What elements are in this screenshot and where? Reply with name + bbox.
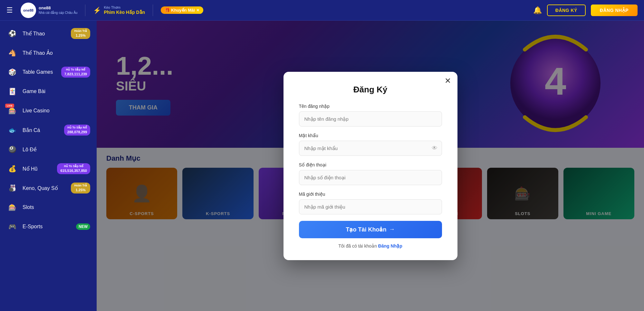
- sidebar-label-ban-ca: Bắn Cá: [23, 127, 60, 133]
- referral-input[interactable]: [299, 199, 442, 214]
- modal-title: Đăng Ký: [299, 85, 442, 95]
- table-games-badge: Hủ To Sắp Nổ 7,823,111,239: [61, 67, 90, 78]
- sidebar-item-the-thao[interactable]: ⚽ Thể Thao Hoàn Trả 1.25%: [0, 24, 97, 43]
- no-hu-badge: Hủ To Sắp Nổ 615,516,357,850: [57, 163, 90, 174]
- sidebar-label-the-thao-ao: Thể Thao Ảo: [23, 50, 90, 56]
- main-layout: ⚽ Thể Thao Hoàn Trả 1.25% 🐴 Thể Thao Ảo …: [0, 21, 644, 311]
- modal-overlay: ✕ Đăng Ký Tên đăng nhập Mật khẩu 👁 Số đi…: [97, 21, 644, 311]
- content-area: 1,2... SIÊU THAM GIA 4: [97, 21, 644, 311]
- login-button[interactable]: ĐĂNG NHẬP: [591, 5, 638, 16]
- promo-label: Kèo Thơm: [104, 5, 145, 10]
- ban-ca-icon: 🐟: [6, 124, 18, 136]
- sidebar: ⚽ Thể Thao Hoàn Trả 1.25% 🐴 Thể Thao Ảo …: [0, 21, 97, 311]
- e-sports-icon: 🎮: [6, 221, 18, 232]
- sidebar-label-keno: Keno, Quay Số: [23, 185, 66, 191]
- modal-footer: Tôi đã có tài khoản Đăng Nhập: [299, 243, 442, 249]
- password-label: Mật khẩu: [299, 133, 442, 138]
- username-field-group: Tên đăng nhập: [299, 104, 442, 127]
- create-account-arrow: →: [389, 226, 395, 233]
- sidebar-label-table-games: Table Games: [23, 69, 57, 75]
- sidebar-label-no-hu: Nổ Hũ: [23, 166, 53, 172]
- sidebar-item-no-hu[interactable]: 💰 Nổ Hũ Hủ To Sắp Nổ 615,516,357,850: [0, 159, 97, 178]
- modal-close-button[interactable]: ✕: [445, 77, 451, 85]
- header-right: 🔔 ĐĂNG KÝ ĐĂNG NHẬP: [533, 5, 638, 16]
- hamburger-icon[interactable]: ☰: [6, 6, 13, 14]
- sidebar-label-slots: Slots: [23, 204, 90, 210]
- keno-badge: Hoàn Trả 1.25%: [71, 183, 90, 193]
- password-input-wrap: 👁: [299, 141, 442, 156]
- username-input[interactable]: [299, 111, 442, 127]
- sidebar-item-game-bai[interactable]: 🃏 Game Bài: [0, 82, 97, 101]
- sidebar-label-the-thao: Thể Thao: [23, 31, 66, 37]
- slots-icon: 🎰: [6, 202, 18, 213]
- promo-keo-thom[interactable]: ⚡ Kèo Thơm Phim Kèo Hấp Dẫn: [93, 5, 145, 15]
- username-label: Tên đăng nhập: [299, 104, 442, 109]
- new-badge: NEW: [76, 223, 90, 230]
- referral-field-group: Mã giới thiệu: [299, 192, 442, 214]
- live-casino-icon: 🎰 LIVE: [6, 105, 18, 117]
- sidebar-item-table-games[interactable]: 🎲 Table Games Hủ To Sắp Nổ 7,823,111,239: [0, 62, 97, 82]
- the-thao-badge: Hoàn Trả 1.25%: [71, 28, 90, 39]
- phone-input[interactable]: [299, 170, 442, 185]
- create-account-button[interactable]: Tạo Tài Khoản →: [299, 221, 442, 238]
- the-thao-icon: ⚽: [6, 28, 18, 39]
- sidebar-label-live-casino: Live Casino: [23, 108, 90, 114]
- registration-modal: ✕ Đăng Ký Tên đăng nhập Mật khẩu 👁 Số đi…: [284, 72, 457, 260]
- game-bai-icon: 🃏: [6, 86, 18, 97]
- ban-ca-badge: Hủ To Sắp Nổ 288,078,299: [64, 125, 90, 136]
- sidebar-item-slots[interactable]: 🎰 Slots: [0, 198, 97, 217]
- lo-de-icon: 🎱: [6, 144, 18, 155]
- phone-field-group: Số điện thoại: [299, 162, 442, 185]
- header: ☰ one88 one88 Nhà cái đẳng cấp Châu Âu ⚡…: [0, 0, 644, 21]
- sidebar-item-lo-de[interactable]: 🎱 Lô Đề: [0, 140, 97, 159]
- sidebar-label-game-bai: Game Bài: [23, 89, 90, 94]
- password-input[interactable]: [299, 141, 442, 156]
- sidebar-item-the-thao-ao[interactable]: 🐴 Thể Thao Ảo: [0, 43, 97, 62]
- phone-label: Số điện thoại: [299, 162, 442, 167]
- sidebar-item-keno[interactable]: 🎳 Keno, Quay Số Hoàn Trả 1.25%: [0, 178, 97, 198]
- sidebar-item-e-sports[interactable]: 🎮 E-Sports NEW: [0, 217, 97, 236]
- no-hu-icon: 💰: [6, 163, 18, 174]
- khuyen-mai-tag[interactable]: 🎁 Khuyến Mãi ✕: [161, 6, 203, 14]
- bell-icon[interactable]: 🔔: [533, 6, 542, 14]
- the-thao-ao-icon: 🐴: [6, 47, 18, 59]
- logo-text: one88 Nhà cái đẳng cấp Châu Âu: [39, 5, 77, 15]
- table-games-icon: 🎲: [6, 66, 18, 78]
- login-link[interactable]: Đăng Nhập: [378, 243, 402, 249]
- password-toggle-eye-icon[interactable]: 👁: [432, 145, 437, 152]
- create-account-label: Tạo Tài Khoản: [346, 226, 387, 233]
- logo: one88 one88 Nhà cái đẳng cấp Châu Âu: [21, 3, 77, 18]
- footer-text: Tôi đã có tài khoản: [338, 243, 377, 249]
- password-field-group: Mật khẩu 👁: [299, 133, 442, 156]
- promo-value: Phim Kèo Hấp Dẫn: [104, 10, 145, 15]
- sidebar-label-e-sports: E-Sports: [23, 224, 72, 230]
- sidebar-item-ban-ca[interactable]: 🐟 Bắn Cá Hủ To Sắp Nổ 288,078,299: [0, 120, 97, 140]
- keno-icon: 🎳: [6, 182, 18, 194]
- sidebar-item-live-casino[interactable]: 🎰 LIVE Live Casino: [0, 101, 97, 120]
- logo-icon: one88: [21, 3, 36, 18]
- sidebar-label-lo-de: Lô Đề: [23, 146, 90, 153]
- register-button[interactable]: ĐĂNG KÝ: [547, 5, 586, 16]
- referral-label: Mã giới thiệu: [299, 192, 442, 197]
